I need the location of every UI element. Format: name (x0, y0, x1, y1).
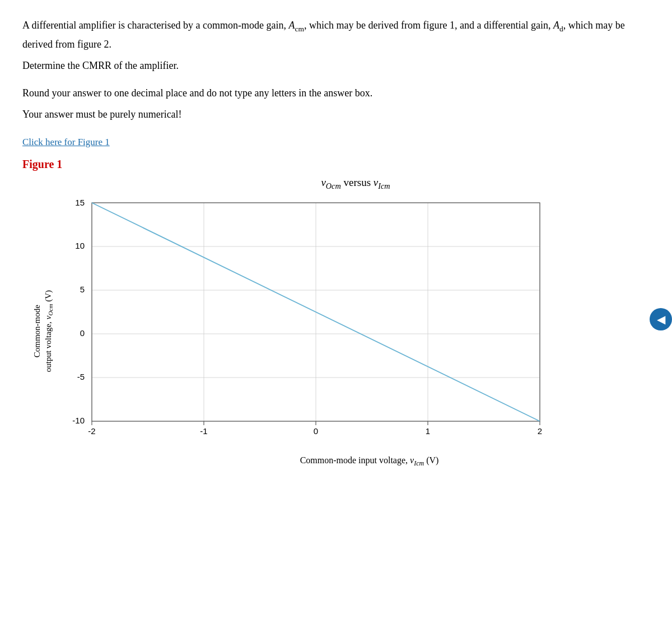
ad-sub: d (559, 25, 563, 33)
paragraph-1-line2: Determine the CMRR of the amplifier. (22, 57, 650, 74)
paragraph-1: A differential amplifier is characterise… (22, 17, 650, 53)
para1-text2: , which may be derived from figure 1, an… (304, 20, 553, 31)
para1-text1: A differential amplifier is characterise… (22, 20, 289, 31)
ad-symbol: A (553, 20, 559, 31)
x-tick-1: 1 (426, 426, 430, 436)
y-axis-label: Common-mode output voltage, vOcm (V) (32, 290, 54, 372)
acm-sub: cm (295, 25, 305, 33)
chart-container: Common-mode output voltage, vOcm (V) (28, 194, 650, 468)
x-label-sub: Icm (414, 459, 424, 467)
chart-svg: 15 10 5 0 -5 -10 -2 -1 0 1 2 (61, 194, 548, 452)
x-tick-2: 2 (538, 426, 542, 436)
figure-label: Figure 1 (22, 158, 650, 171)
vocm-sub: Ocm (326, 181, 341, 190)
chart-title: vOcm versus vIcm (62, 176, 650, 191)
x-tick-0: 0 (314, 426, 318, 436)
paragraph-2-line1: Round your answer to one decimal place a… (22, 85, 650, 102)
feedback-icon: ◀ (657, 313, 665, 326)
y-tick-neg10: -10 (72, 416, 85, 425)
y-tick-15: 15 (75, 198, 85, 207)
chart-title-vicm: vIcm (374, 176, 390, 188)
chart-title-versus: versus (343, 176, 373, 188)
vicm-sub: Icm (378, 181, 390, 190)
figure-1-link[interactable]: Click here for Figure 1 (22, 137, 110, 148)
y-tick-0: 0 (80, 328, 85, 338)
feedback-button[interactable]: ◀ (650, 308, 672, 330)
chart-area: 15 10 5 0 -5 -10 -2 -1 0 1 2 (61, 194, 650, 468)
paragraph-2-line2: Your answer must be purely numerical! (22, 106, 650, 123)
y-tick-5: 5 (80, 285, 85, 294)
chart-title-vocm: vOcm (321, 176, 340, 188)
x-tick-neg2: -2 (88, 426, 95, 436)
y-axis-label-container: Common-mode output voltage, vOcm (V) (28, 290, 59, 372)
acm-symbol: A (289, 20, 295, 31)
x-axis-label: Common-mode input voltage, vIcm (V) (89, 455, 650, 468)
y-tick-10: 10 (75, 241, 85, 250)
x-tick-neg1: -1 (200, 426, 207, 436)
y-label-line1: Common-mode (32, 305, 41, 357)
y-tick-neg5: -5 (77, 372, 85, 381)
x-label-text: Common-mode input voltage, vIcm (V) (300, 455, 439, 465)
y-label-line2: output voltage, vOcm (V) (44, 290, 53, 372)
